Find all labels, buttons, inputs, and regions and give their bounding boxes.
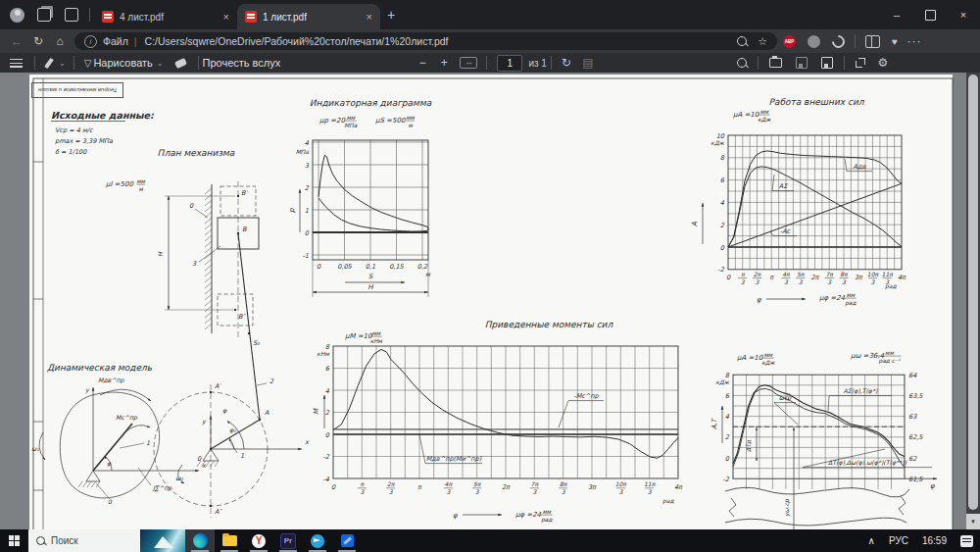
- save-as-icon[interactable]: [821, 57, 833, 69]
- chevron-down-icon[interactable]: ⌄: [59, 59, 66, 68]
- tab-stacks-icon[interactable]: [37, 8, 51, 22]
- zoom-out-button[interactable]: −: [412, 56, 433, 70]
- divider: [89, 8, 90, 22]
- pdf-page: [29, 75, 953, 529]
- workspaces-icon[interactable]: [65, 8, 78, 22]
- browser-essentials-icon[interactable]: ♥: [892, 36, 898, 47]
- profile-avatar[interactable]: [10, 8, 24, 23]
- tab-4list[interactable]: 4 лист.pdf ×: [94, 4, 237, 29]
- divider: [551, 56, 552, 70]
- search-icon: [36, 536, 45, 545]
- tab-1list-active[interactable]: 1 лист.pdf ×: [237, 4, 380, 29]
- close-tab-icon[interactable]: ×: [223, 11, 229, 23]
- search-placeholder: Поиск: [51, 535, 78, 546]
- draw-pen-icon[interactable]: ▽: [84, 58, 92, 69]
- back-button[interactable]: ←: [6, 34, 27, 48]
- divider: [855, 34, 856, 48]
- browser-tab-bar: 4 лист.pdf × 1 лист.pdf × + – ×: [0, 0, 980, 29]
- taskbar-explorer-icon[interactable]: [215, 529, 244, 552]
- file-badge: Файл: [103, 35, 128, 47]
- scroll-down-button[interactable]: ▼: [966, 514, 980, 529]
- read-aloud-button[interactable]: Прочесть вслух: [203, 57, 281, 69]
- close-window-button[interactable]: ×: [947, 0, 980, 29]
- windows-taskbar: Поиск Y Pr ∧ РУС 16:59: [0, 529, 980, 552]
- draw-button[interactable]: Нарисовать: [93, 57, 152, 69]
- minimize-button[interactable]: –: [880, 0, 913, 29]
- rotate-icon[interactable]: ↻: [556, 56, 577, 70]
- search-document-icon[interactable]: [737, 58, 747, 68]
- scrollbar-thumb[interactable]: [968, 75, 978, 510]
- refresh-button[interactable]: ↻: [27, 34, 49, 48]
- fit-width-icon[interactable]: ↔: [460, 57, 477, 69]
- screen: 4 лист.pdf × 1 лист.pdf × + – × ← ↻ ⌂ i …: [0, 0, 980, 552]
- settings-menu-icon[interactable]: ···: [904, 34, 925, 48]
- divider: |: [134, 35, 137, 47]
- scrollbar-track[interactable]: ▼: [966, 73, 980, 529]
- taskbar-movies-icon[interactable]: [332, 529, 362, 552]
- divider: [758, 56, 759, 70]
- url-text: C:/Users/sqwre/OneDrive/Рабочий%20стол/п…: [145, 35, 449, 47]
- language-indicator[interactable]: РУС: [889, 535, 908, 546]
- pdf-file-icon: [245, 11, 257, 23]
- home-button[interactable]: ⌂: [49, 34, 71, 48]
- stamp-text: Теория механизмов и машин: [38, 87, 118, 93]
- system-tray: ∧ РУС 16:59: [861, 535, 980, 547]
- tab-title: 1 лист.pdf: [263, 12, 307, 23]
- taskbar-edge-icon[interactable]: [185, 529, 215, 552]
- maximize-icon: [925, 10, 936, 21]
- new-tab-button[interactable]: +: [380, 7, 402, 23]
- page-info-icon[interactable]: i: [84, 35, 97, 48]
- fullscreen-icon[interactable]: [856, 58, 865, 68]
- pdf-file-icon: [102, 11, 114, 23]
- split-screen-icon[interactable]: [865, 35, 880, 48]
- favorite-star-icon[interactable]: ☆: [758, 35, 767, 48]
- page-count-label: из 1: [528, 58, 547, 69]
- url-field[interactable]: i Файл | C:/Users/sqwre/OneDrive/Рабочий…: [74, 32, 777, 50]
- zoom-in-button[interactable]: +: [433, 56, 455, 70]
- start-button[interactable]: [9, 535, 20, 546]
- taskbar-yandex-icon[interactable]: Y: [244, 529, 273, 552]
- divider: [844, 56, 845, 70]
- divider: [198, 56, 199, 70]
- window-controls: – ×: [880, 0, 980, 29]
- chevron-down-icon[interactable]: ⌄: [157, 59, 164, 68]
- maximize-button[interactable]: [913, 0, 947, 29]
- search-in-page-icon[interactable]: [737, 36, 747, 46]
- table-of-contents-icon[interactable]: [10, 59, 23, 68]
- extension-crescent-icon[interactable]: [829, 32, 847, 50]
- extension-icon[interactable]: [808, 35, 820, 48]
- search-highlight-image[interactable]: [140, 529, 185, 552]
- page-view-icon[interactable]: ▤: [577, 56, 599, 70]
- hidden-icons-chevron[interactable]: ∧: [868, 535, 875, 546]
- gear-icon[interactable]: ⚙: [872, 56, 894, 70]
- taskbar-search-input[interactable]: Поиск: [28, 529, 185, 552]
- pdf-toolbar: ⌄ ▽ Нарисовать ⌄ Прочесть вслух − + ↔ 1 …: [0, 53, 980, 73]
- highlighter-icon[interactable]: [44, 57, 54, 68]
- save-icon[interactable]: [796, 57, 808, 69]
- page-number-input[interactable]: 1: [497, 55, 522, 72]
- clock[interactable]: 16:59: [922, 535, 947, 546]
- eraser-icon[interactable]: [174, 58, 187, 69]
- divider: [74, 56, 74, 70]
- divider: [34, 56, 35, 70]
- browser-address-bar: ← ↻ ⌂ i Файл | C:/Users/sqwre/OneDrive/Р…: [0, 29, 980, 53]
- action-center-icon[interactable]: [960, 535, 973, 547]
- tab-title: 4 лист.pdf: [120, 12, 164, 23]
- divider: [486, 56, 487, 70]
- title-stamp: Теория механизмов и машин: [31, 82, 123, 98]
- close-tab-icon[interactable]: ×: [367, 11, 372, 23]
- taskbar-telegram-icon[interactable]: [303, 529, 332, 552]
- adblock-extension-icon[interactable]: ABP: [783, 35, 796, 48]
- taskbar-premiere-icon[interactable]: Pr: [273, 529, 303, 552]
- print-icon[interactable]: [769, 58, 782, 68]
